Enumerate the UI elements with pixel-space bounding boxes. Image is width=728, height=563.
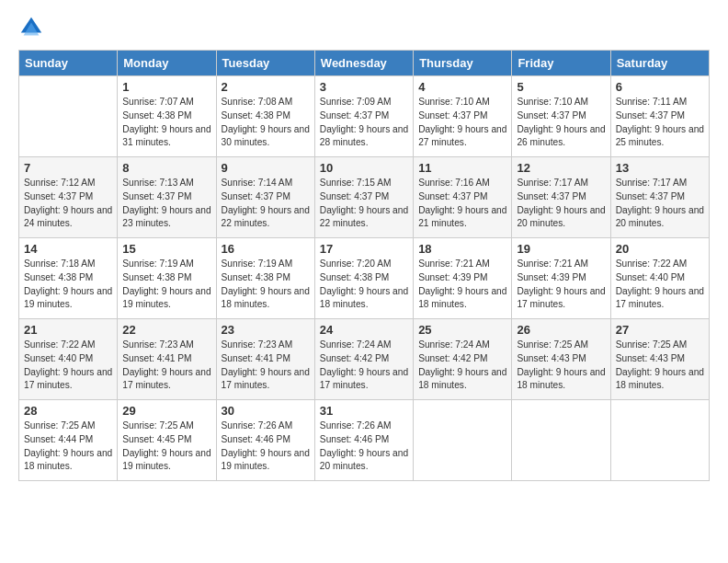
day-info: Sunrise: 7:24 AMSunset: 4:42 PMDaylight:… <box>320 339 408 393</box>
day-info: Sunrise: 7:22 AMSunset: 4:40 PMDaylight:… <box>24 339 112 393</box>
week-row-5: 28Sunrise: 7:25 AMSunset: 4:44 PMDayligh… <box>19 400 710 481</box>
calendar-cell: 17Sunrise: 7:20 AMSunset: 4:38 PMDayligh… <box>314 238 413 319</box>
calendar-cell: 9Sunrise: 7:14 AMSunset: 4:37 PMDaylight… <box>216 157 314 238</box>
day-info: Sunrise: 7:25 AMSunset: 4:45 PMDaylight:… <box>122 419 210 474</box>
calendar-cell: 10Sunrise: 7:15 AMSunset: 4:37 PMDayligh… <box>314 157 413 238</box>
calendar-cell: 14Sunrise: 7:18 AMSunset: 4:38 PMDayligh… <box>19 238 118 319</box>
day-info: Sunrise: 7:11 AMSunset: 4:37 PMDaylight:… <box>616 96 704 150</box>
day-number: 23 <box>222 323 310 337</box>
day-number: 11 <box>418 161 506 175</box>
day-number: 22 <box>122 323 210 337</box>
day-info: Sunrise: 7:07 AMSunset: 4:38 PMDaylight:… <box>122 96 210 150</box>
day-info: Sunrise: 7:17 AMSunset: 4:37 PMDaylight:… <box>616 177 704 231</box>
day-number: 9 <box>222 161 310 175</box>
day-info: Sunrise: 7:26 AMSunset: 4:46 PMDaylight:… <box>222 419 310 474</box>
day-info: Sunrise: 7:21 AMSunset: 4:39 PMDaylight:… <box>418 258 506 312</box>
day-info: Sunrise: 7:22 AMSunset: 4:40 PMDaylight:… <box>616 258 704 312</box>
day-number: 25 <box>418 323 506 337</box>
day-info: Sunrise: 7:10 AMSunset: 4:37 PMDaylight:… <box>418 96 506 150</box>
day-header-sunday: Sunday <box>19 51 118 76</box>
calendar-cell: 25Sunrise: 7:24 AMSunset: 4:42 PMDayligh… <box>414 319 512 400</box>
calendar-cell: 16Sunrise: 7:19 AMSunset: 4:38 PMDayligh… <box>216 238 314 319</box>
day-number: 5 <box>517 80 605 94</box>
day-number: 26 <box>517 323 605 337</box>
calendar-cell <box>414 400 512 481</box>
day-info: Sunrise: 7:17 AMSunset: 4:37 PMDaylight:… <box>517 177 605 231</box>
day-info: Sunrise: 7:12 AMSunset: 4:37 PMDaylight:… <box>24 177 112 231</box>
calendar-cell: 22Sunrise: 7:23 AMSunset: 4:41 PMDayligh… <box>118 319 216 400</box>
logo <box>18 15 48 40</box>
calendar-cell: 6Sunrise: 7:11 AMSunset: 4:37 PMDaylight… <box>610 76 709 157</box>
calendar-cell <box>610 400 709 481</box>
week-row-4: 21Sunrise: 7:22 AMSunset: 4:40 PMDayligh… <box>19 319 710 400</box>
week-row-1: 1Sunrise: 7:07 AMSunset: 4:38 PMDaylight… <box>19 76 710 157</box>
calendar-cell: 3Sunrise: 7:09 AMSunset: 4:37 PMDaylight… <box>314 76 413 157</box>
day-number: 24 <box>320 323 408 337</box>
calendar-cell: 8Sunrise: 7:13 AMSunset: 4:37 PMDaylight… <box>118 157 216 238</box>
day-header-monday: Monday <box>118 51 216 76</box>
day-header-wednesday: Wednesday <box>314 51 413 76</box>
day-number: 14 <box>24 242 112 256</box>
calendar-table: SundayMondayTuesdayWednesdayThursdayFrid… <box>18 50 710 481</box>
day-number: 18 <box>418 242 506 256</box>
calendar-cell: 30Sunrise: 7:26 AMSunset: 4:46 PMDayligh… <box>216 400 314 481</box>
day-number: 1 <box>122 80 210 94</box>
day-info: Sunrise: 7:09 AMSunset: 4:37 PMDaylight:… <box>320 96 408 150</box>
calendar-cell: 26Sunrise: 7:25 AMSunset: 4:43 PMDayligh… <box>512 319 610 400</box>
calendar-cell: 24Sunrise: 7:24 AMSunset: 4:42 PMDayligh… <box>314 319 413 400</box>
day-info: Sunrise: 7:14 AMSunset: 4:37 PMDaylight:… <box>222 177 310 231</box>
day-info: Sunrise: 7:19 AMSunset: 4:38 PMDaylight:… <box>222 258 310 312</box>
day-number: 12 <box>517 161 605 175</box>
day-number: 13 <box>616 161 704 175</box>
calendar-cell: 2Sunrise: 7:08 AMSunset: 4:38 PMDaylight… <box>216 76 314 157</box>
calendar-cell: 11Sunrise: 7:16 AMSunset: 4:37 PMDayligh… <box>414 157 512 238</box>
day-info: Sunrise: 7:23 AMSunset: 4:41 PMDaylight:… <box>222 339 310 393</box>
day-number: 30 <box>222 404 310 418</box>
day-info: Sunrise: 7:25 AMSunset: 4:44 PMDaylight:… <box>24 419 112 474</box>
calendar-cell: 20Sunrise: 7:22 AMSunset: 4:40 PMDayligh… <box>610 238 709 319</box>
day-info: Sunrise: 7:25 AMSunset: 4:43 PMDaylight:… <box>517 339 605 393</box>
day-info: Sunrise: 7:21 AMSunset: 4:39 PMDaylight:… <box>517 258 605 312</box>
day-number: 3 <box>320 80 408 94</box>
day-number: 8 <box>122 161 210 175</box>
calendar-cell: 19Sunrise: 7:21 AMSunset: 4:39 PMDayligh… <box>512 238 610 319</box>
day-number: 2 <box>222 80 310 94</box>
calendar-cell: 27Sunrise: 7:25 AMSunset: 4:43 PMDayligh… <box>610 319 709 400</box>
calendar-cell: 23Sunrise: 7:23 AMSunset: 4:41 PMDayligh… <box>216 319 314 400</box>
day-number: 29 <box>122 404 210 418</box>
calendar-cell: 18Sunrise: 7:21 AMSunset: 4:39 PMDayligh… <box>414 238 512 319</box>
calendar-cell: 5Sunrise: 7:10 AMSunset: 4:37 PMDaylight… <box>512 76 610 157</box>
day-info: Sunrise: 7:15 AMSunset: 4:37 PMDaylight:… <box>320 177 408 231</box>
calendar-cell: 4Sunrise: 7:10 AMSunset: 4:37 PMDaylight… <box>414 76 512 157</box>
day-number: 27 <box>616 323 704 337</box>
day-number: 31 <box>320 404 408 418</box>
day-number: 10 <box>320 161 408 175</box>
day-number: 7 <box>24 161 112 175</box>
day-number: 16 <box>222 242 310 256</box>
calendar-cell <box>19 76 118 157</box>
day-number: 6 <box>616 80 704 94</box>
day-number: 28 <box>24 404 112 418</box>
calendar-cell: 12Sunrise: 7:17 AMSunset: 4:37 PMDayligh… <box>512 157 610 238</box>
day-number: 15 <box>122 242 210 256</box>
day-header-friday: Friday <box>512 51 610 76</box>
day-info: Sunrise: 7:23 AMSunset: 4:41 PMDaylight:… <box>122 339 210 393</box>
calendar-cell: 28Sunrise: 7:25 AMSunset: 4:44 PMDayligh… <box>19 400 118 481</box>
logo-icon <box>18 15 44 40</box>
calendar-cell: 13Sunrise: 7:17 AMSunset: 4:37 PMDayligh… <box>610 157 709 238</box>
day-number: 4 <box>418 80 506 94</box>
day-header-thursday: Thursday <box>414 51 512 76</box>
calendar-cell: 1Sunrise: 7:07 AMSunset: 4:38 PMDaylight… <box>118 76 216 157</box>
calendar-cell <box>512 400 610 481</box>
day-info: Sunrise: 7:26 AMSunset: 4:46 PMDaylight:… <box>320 419 408 474</box>
day-info: Sunrise: 7:19 AMSunset: 4:38 PMDaylight:… <box>122 258 210 312</box>
day-info: Sunrise: 7:25 AMSunset: 4:43 PMDaylight:… <box>616 339 704 393</box>
day-info: Sunrise: 7:24 AMSunset: 4:42 PMDaylight:… <box>418 339 506 393</box>
header-row: SundayMondayTuesdayWednesdayThursdayFrid… <box>19 51 710 76</box>
day-number: 17 <box>320 242 408 256</box>
day-info: Sunrise: 7:20 AMSunset: 4:38 PMDaylight:… <box>320 258 408 312</box>
day-header-saturday: Saturday <box>610 51 709 76</box>
day-info: Sunrise: 7:16 AMSunset: 4:37 PMDaylight:… <box>418 177 506 231</box>
day-number: 19 <box>517 242 605 256</box>
header <box>18 15 710 40</box>
